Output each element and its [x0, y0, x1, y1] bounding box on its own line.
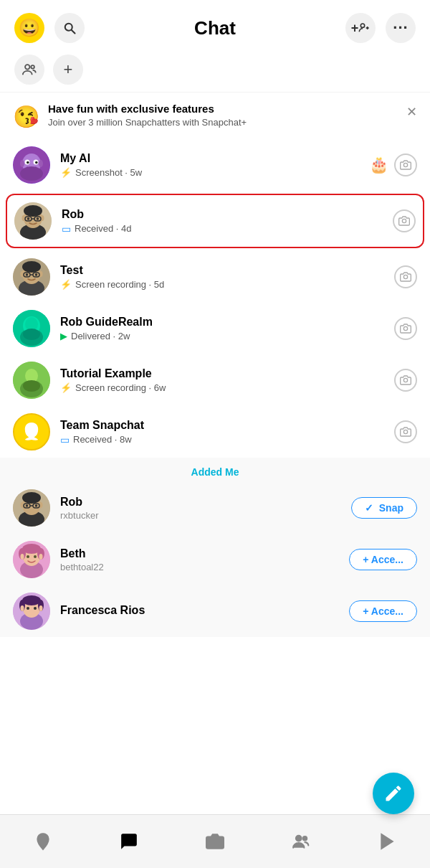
- svg-point-2: [361, 24, 365, 27]
- accept-button-francesca[interactable]: + Acce...: [349, 600, 417, 622]
- added-me-user-rob: rxbtucker: [60, 510, 351, 521]
- avatar-rob: [14, 202, 52, 240]
- chat-status-test: ⚡ Screen recording · 5d: [60, 279, 394, 290]
- svg-point-20: [24, 205, 42, 217]
- header: 😀 Chat + ···: [0, 0, 430, 50]
- svg-point-28: [402, 219, 406, 222]
- nav-item-camera[interactable]: [172, 815, 258, 868]
- svg-point-84: [27, 607, 29, 610]
- svg-point-58: [22, 492, 41, 504]
- chat-name-rob: Rob: [62, 208, 393, 221]
- svg-point-15: [39, 160, 43, 167]
- svg-point-27: [37, 217, 39, 220]
- svg-point-75: [34, 555, 37, 558]
- svg-point-83: [39, 605, 43, 611]
- section-label-added-me: Added Me: [0, 458, 430, 482]
- svg-point-26: [27, 217, 30, 220]
- chat-status-team: ▭ Received · 8w: [60, 434, 394, 445]
- camera-action-tutorial[interactable]: [394, 369, 417, 392]
- chat-list: My AI ⚡ Screenshot · 5w 🎂: [0, 139, 430, 458]
- svg-point-88: [296, 836, 302, 841]
- svg-point-85: [34, 607, 37, 610]
- nav-item-stories[interactable]: [344, 815, 430, 868]
- compose-fab[interactable]: [373, 773, 414, 814]
- promo-title: Have fun with exclusive features: [48, 103, 401, 115]
- chat-status-rob: ▭ Received · 4d: [62, 223, 393, 235]
- avatar-rob2: [13, 489, 50, 527]
- added-me-info-francesca: Francesca Rios: [60, 604, 349, 618]
- chat-info-rob: Rob ▭ Received · 4d: [62, 208, 393, 235]
- chat-item-test[interactable]: Test ⚡ Screen recording · 5d: [0, 251, 430, 303]
- svg-point-47: [403, 326, 407, 330]
- camera-action-myai[interactable]: [394, 154, 417, 176]
- svg-point-74: [27, 555, 29, 558]
- svg-point-65: [35, 504, 38, 507]
- camera-action-robguide[interactable]: [394, 317, 417, 340]
- avatar-test: [13, 258, 50, 296]
- promo-banner: 😘 Have fun with exclusive features Join …: [0, 92, 430, 139]
- added-me-info-rob: Rob rxbtucker: [60, 496, 351, 521]
- avatar-myai: [13, 146, 50, 184]
- add-friend-icon[interactable]: +: [345, 13, 376, 43]
- svg-point-40: [403, 275, 407, 278]
- bottom-nav: [0, 814, 430, 868]
- status-icon-tutorial: ⚡: [60, 382, 72, 393]
- added-me-name-francesca: Francesca Rios: [60, 604, 349, 617]
- svg-point-82: [21, 605, 24, 611]
- sub-header: +: [0, 50, 430, 92]
- chat-name-test: Test: [60, 264, 394, 277]
- added-me-name-rob: Rob: [60, 496, 351, 509]
- avatar-robguide: [13, 310, 50, 347]
- promo-emoji: 😘: [13, 104, 39, 129]
- svg-point-16: [403, 163, 407, 166]
- nav-item-chat[interactable]: [86, 815, 172, 868]
- accept-button-beth[interactable]: + Acce...: [349, 549, 417, 570]
- camera-action-rob[interactable]: [393, 209, 416, 232]
- svg-point-72: [21, 554, 24, 560]
- camera-action-team[interactable]: [394, 420, 417, 443]
- chat-info-test: Test ⚡ Screen recording · 5d: [60, 264, 394, 290]
- status-icon-myai: ⚡: [60, 167, 72, 178]
- avatar-icon[interactable]: 😀: [14, 13, 44, 43]
- new-chat-icon[interactable]: +: [53, 55, 83, 85]
- chat-item-tutorial[interactable]: Tutorial Example ⚡ Screen recording · 6w: [0, 354, 430, 406]
- chat-name-myai: My AI: [60, 152, 369, 165]
- header-right: + ···: [345, 13, 416, 43]
- search-icon[interactable]: [54, 13, 85, 43]
- chat-item-myai[interactable]: My AI ⚡ Screenshot · 5w 🎂: [0, 139, 430, 191]
- chat-status-robguide: ▶ Delivered · 2w: [60, 331, 394, 341]
- added-me-section: Added Me Rob rxbtucker ✓ Snap: [0, 458, 430, 637]
- page-title: Chat: [85, 17, 345, 39]
- birthday-cake-icon: 🎂: [369, 156, 388, 174]
- svg-point-73: [39, 554, 43, 560]
- chat-item-robguide[interactable]: Rob GuideRealm ▶ Delivered · 2w: [0, 303, 430, 354]
- more-options-icon[interactable]: ···: [386, 13, 416, 43]
- svg-point-14: [20, 160, 24, 167]
- svg-point-54: [403, 430, 407, 433]
- chat-name-tutorial: Tutorial Example: [60, 367, 394, 380]
- svg-point-79: [22, 595, 41, 605]
- added-me-item-francesca[interactable]: Francesca Rios + Acce...: [0, 585, 430, 637]
- nav-item-friends[interactable]: [258, 815, 344, 868]
- chat-item-team[interactable]: Team Snapchat ▭ Received · 8w: [0, 406, 430, 458]
- added-me-user-beth: bethtoal22: [60, 562, 349, 572]
- new-group-icon[interactable]: [14, 55, 44, 85]
- camera-action-test[interactable]: [394, 265, 417, 288]
- svg-point-5: [25, 65, 29, 69]
- svg-point-13: [35, 161, 38, 164]
- avatar-francesca: [13, 593, 50, 630]
- added-me-item-beth[interactable]: Beth bethtoal22 + Acce...: [0, 534, 430, 585]
- chat-name-team: Team Snapchat: [60, 419, 394, 432]
- promo-subtitle: Join over 3 million Snapchatters with Sn…: [48, 117, 401, 128]
- svg-point-12: [27, 161, 29, 164]
- added-me-item-rob[interactable]: Rob rxbtucker ✓ Snap: [0, 482, 430, 534]
- svg-point-52: [403, 378, 407, 382]
- promo-close-button[interactable]: ✕: [406, 104, 417, 120]
- chat-name-robguide: Rob GuideRealm: [60, 316, 394, 329]
- promo-text: Have fun with exclusive features Join ov…: [48, 103, 401, 128]
- added-me-info-beth: Beth bethtoal22: [60, 547, 349, 572]
- svg-point-89: [303, 836, 307, 840]
- nav-item-map[interactable]: [0, 815, 86, 868]
- chat-item-rob[interactable]: Rob ▭ Received · 4d: [6, 194, 424, 248]
- snap-button-rob[interactable]: ✓ Snap: [351, 497, 417, 519]
